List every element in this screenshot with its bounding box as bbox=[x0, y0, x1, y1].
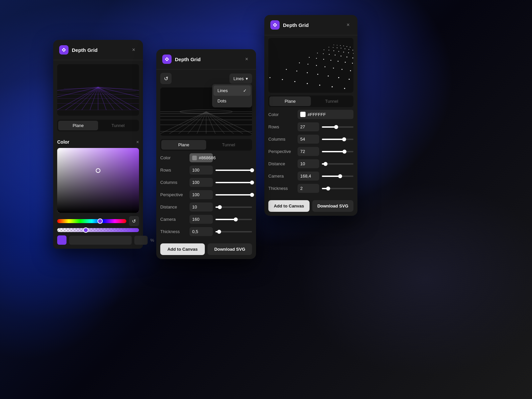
right-color-button[interactable]: #FFFFFF bbox=[298, 110, 353, 119]
camera-input[interactable] bbox=[190, 215, 213, 224]
opacity-input[interactable]: 40 bbox=[134, 236, 148, 245]
option-lines-label: Lines bbox=[217, 88, 228, 93]
lines-dropdown-button[interactable]: Lines ▾ bbox=[229, 73, 252, 84]
perspective-slider-thumb bbox=[250, 193, 254, 197]
svg-point-64 bbox=[346, 57, 347, 58]
svg-point-59 bbox=[317, 53, 318, 53]
svg-point-77 bbox=[333, 67, 334, 68]
panel-left-preview bbox=[57, 64, 139, 116]
toolbar-reset-button[interactable]: ↺ bbox=[160, 73, 172, 84]
right-camera-slider[interactable] bbox=[322, 176, 353, 177]
field-label-distance: Distance bbox=[160, 204, 187, 209]
camera-slider[interactable] bbox=[215, 219, 252, 220]
opacity-thumb bbox=[83, 227, 88, 233]
camera-slider-thumb bbox=[234, 217, 238, 221]
add-to-canvas-button-middle[interactable]: Add to Canvas bbox=[160, 243, 205, 255]
distance-slider[interactable] bbox=[215, 206, 252, 208]
panel-right-close[interactable]: × bbox=[345, 22, 351, 28]
svg-line-33 bbox=[206, 112, 215, 134]
color-hex-input[interactable]: #A279FF bbox=[69, 236, 132, 245]
right-perspective-input[interactable] bbox=[298, 147, 319, 156]
panel-right-title: Depth Grid bbox=[283, 22, 341, 28]
svg-point-61 bbox=[329, 54, 330, 55]
right-rows-input[interactable] bbox=[298, 122, 319, 131]
panel-left: Depth Grid × bbox=[53, 40, 143, 249]
tab-tunnel-left[interactable]: Tunnel bbox=[98, 121, 138, 130]
rows-input[interactable] bbox=[190, 166, 213, 175]
tab-plane-left[interactable]: Plane bbox=[58, 121, 98, 130]
perspective-slider[interactable] bbox=[215, 194, 252, 196]
svg-point-84 bbox=[328, 75, 329, 76]
right-field-row-thickness: Thickness bbox=[268, 184, 353, 193]
svg-point-46 bbox=[333, 47, 333, 48]
columns-input[interactable] bbox=[190, 178, 213, 187]
thickness-slider[interactable] bbox=[215, 231, 252, 232]
right-camera-input[interactable] bbox=[298, 172, 319, 181]
right-field-label-color: Color bbox=[268, 112, 295, 117]
field-row-distance: Distance bbox=[160, 202, 252, 211]
svg-line-34 bbox=[206, 112, 224, 134]
right-rows-slider[interactable] bbox=[322, 126, 353, 128]
field-label-camera: Camera bbox=[160, 217, 187, 222]
hue-slider[interactable] bbox=[57, 219, 126, 223]
color-cursor bbox=[96, 168, 100, 173]
opacity-slider[interactable] bbox=[57, 228, 139, 232]
panel-middle-close[interactable]: × bbox=[243, 56, 250, 63]
panel-left-header: Depth Grid × bbox=[53, 40, 143, 60]
right-thickness-input[interactable] bbox=[298, 184, 319, 193]
color-field-button[interactable]: #868686 bbox=[190, 153, 213, 162]
right-field-label-camera: Camera bbox=[268, 174, 295, 179]
rows-slider[interactable] bbox=[215, 170, 252, 171]
svg-line-27 bbox=[160, 112, 206, 134]
download-svg-button-middle[interactable]: Download SVG bbox=[207, 243, 252, 255]
svg-line-36 bbox=[206, 112, 243, 134]
right-columns-input[interactable] bbox=[298, 135, 319, 144]
download-svg-button-right[interactable]: Download SVG bbox=[312, 200, 353, 212]
panel-middle-header: Depth Grid × bbox=[156, 49, 256, 69]
right-field-label-thickness: Thickness bbox=[268, 186, 295, 191]
perspective-input[interactable] bbox=[190, 190, 213, 199]
svg-point-43 bbox=[346, 46, 347, 47]
right-distance-input[interactable] bbox=[298, 159, 319, 168]
white-swatch bbox=[300, 112, 306, 117]
panel-right-preview bbox=[268, 38, 353, 93]
columns-slider[interactable] bbox=[215, 182, 252, 183]
color-reset-button[interactable]: ↺ bbox=[129, 216, 139, 226]
svg-point-70 bbox=[337, 61, 338, 62]
svg-point-78 bbox=[341, 69, 342, 70]
right-thickness-slider[interactable] bbox=[322, 188, 353, 189]
svg-point-45 bbox=[329, 47, 329, 48]
panel-right-icon bbox=[270, 20, 280, 30]
right-field-row-columns: Columns bbox=[268, 135, 353, 144]
right-distance-slider[interactable] bbox=[322, 163, 353, 165]
svg-point-72 bbox=[352, 63, 353, 64]
dropdown-option-lines[interactable]: Lines ✓ bbox=[213, 85, 251, 96]
color-panel-close[interactable]: × bbox=[136, 139, 139, 145]
svg-point-69 bbox=[331, 60, 332, 61]
add-to-canvas-button-right[interactable]: Add to Canvas bbox=[268, 200, 310, 212]
thickness-input[interactable] bbox=[190, 227, 213, 236]
svg-point-48 bbox=[341, 48, 341, 49]
right-columns-slider[interactable] bbox=[322, 139, 353, 140]
color-gradient-picker[interactable] bbox=[57, 148, 139, 213]
svg-point-76 bbox=[325, 66, 326, 67]
svg-point-93 bbox=[344, 88, 345, 89]
distance-input[interactable] bbox=[190, 202, 213, 211]
svg-point-50 bbox=[348, 49, 349, 50]
svg-point-44 bbox=[350, 47, 350, 48]
dropdown-option-dots[interactable]: Dots bbox=[213, 96, 251, 106]
panel-left-close[interactable]: × bbox=[130, 47, 137, 53]
tab-plane-middle[interactable]: Plane bbox=[161, 140, 206, 150]
tab-tunnel-right[interactable]: Tunnel bbox=[311, 96, 352, 106]
chevron-down-icon: ▾ bbox=[246, 76, 248, 81]
right-rows-thumb bbox=[334, 125, 338, 129]
right-field-label-distance: Distance bbox=[268, 161, 295, 166]
hue-row: ↺ bbox=[57, 216, 139, 226]
field-label-perspective: Perspective bbox=[160, 192, 187, 197]
panel-right-tabs: Plane Tunnel bbox=[268, 95, 353, 107]
right-perspective-slider[interactable] bbox=[322, 151, 353, 152]
right-field-row-rows: Rows bbox=[268, 122, 353, 131]
field-row-columns: Columns bbox=[160, 178, 252, 187]
tab-plane-right[interactable]: Plane bbox=[269, 96, 311, 106]
tab-tunnel-middle[interactable]: Tunnel bbox=[206, 140, 251, 150]
